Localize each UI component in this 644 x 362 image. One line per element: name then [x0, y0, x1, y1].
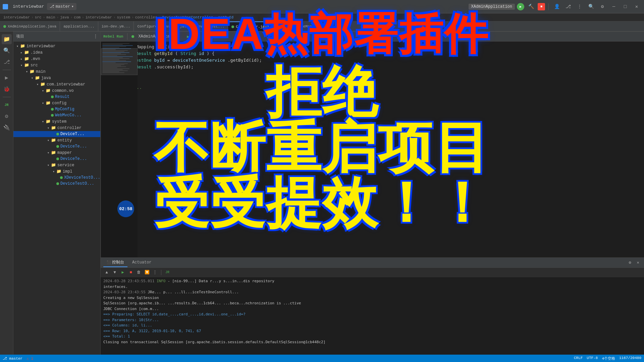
- tab-xadmin[interactable]: XAdminApplication.java: [0, 21, 60, 31]
- tree-impl-folder[interactable]: ▾ 📁 impl: [13, 168, 100, 175]
- tree-devicetest-service[interactable]: DeviceTestO...: [13, 181, 100, 187]
- tree-xdevice-impl[interactable]: XDeviceTestO...: [13, 175, 100, 181]
- tree-entity-folder[interactable]: ▾ 📁 entity: [13, 137, 100, 143]
- log-line-5: SqlSession [org.apache.ib... ...results.…: [103, 301, 641, 306]
- tab-controller[interactable]: Controller.java: [228, 21, 273, 31]
- tree-java[interactable]: ▾ 📁 java: [13, 75, 100, 81]
- status-branch[interactable]: ⎇ master: [3, 356, 22, 361]
- debug-rail-icon[interactable]: 🐞: [2, 84, 12, 94]
- tree-mvn[interactable]: ▸ 📁 .mvn: [13, 56, 100, 62]
- search-icon[interactable]: 🔍: [586, 2, 596, 11]
- breadcrumb-interviewbar2[interactable]: interviewbar: [86, 15, 112, 19]
- code-line-38: 38 }: [101, 71, 644, 78]
- debug-icon-bar[interactable]: 🐞: [201, 33, 208, 40]
- status-indent[interactable]: 4个空格: [602, 356, 615, 361]
- tab-console[interactable]: ⬛ 控制台: [103, 258, 127, 267]
- more-icon[interactable]: ⋮: [575, 2, 584, 11]
- run-rail-icon[interactable]: ▶: [2, 73, 12, 83]
- git-icon[interactable]: ⎇: [564, 2, 573, 11]
- rebel-console-icon[interactable]: JR: [164, 269, 171, 276]
- editor-content[interactable]: 34 🔧 @GetMapping ("/{id}") 35 public Res…: [101, 42, 644, 257]
- status-position[interactable]: 1167/20480: [619, 356, 641, 361]
- build-icon[interactable]: 🔨: [526, 2, 536, 11]
- tree-com-interviewbar[interactable]: ▾ 📁 com.interviewbar: [13, 81, 100, 87]
- run-button[interactable]: ▶: [517, 3, 524, 10]
- tab-devicetest[interactable]: DeviceTest...: [193, 21, 228, 31]
- tab-configurer[interactable]: Configurer.java: [134, 21, 174, 31]
- tree-service-folder[interactable]: ▾ 📁 service: [13, 162, 100, 168]
- plugins-icon[interactable]: 🔌: [2, 123, 12, 133]
- sidebar-menu-icon[interactable]: ⋮: [94, 34, 98, 39]
- code-line-34: 34 🔧 @GetMapping ("/{id}"): [101, 44, 644, 51]
- minimize-icon[interactable]: ─: [609, 2, 619, 11]
- tree-webmvc[interactable]: WebMvcCo...: [13, 112, 100, 118]
- settings-icon[interactable]: ⚙: [598, 2, 607, 11]
- tab-devi[interactable]: Devi...: [273, 21, 295, 31]
- tab-mapper[interactable]: OneMapper.java: [296, 21, 333, 31]
- breadcrumb-interviewbar[interactable]: interviewbar: [3, 15, 30, 19]
- filter-icon[interactable]: 🔽: [144, 269, 150, 276]
- tree-controller-folder[interactable]: ▾ 📁 controller: [13, 125, 100, 131]
- status-crlf[interactable]: CRLF: [574, 356, 583, 361]
- console-output[interactable]: 2024-03-28 23:43:55.011 INFO - [nio-99..…: [101, 277, 644, 355]
- tree-system[interactable]: ▾ 📁 system: [13, 118, 100, 125]
- breadcrumb-controller-class[interactable]: DeviceTestOneController: [162, 15, 213, 19]
- run-console-icon[interactable]: ▶: [119, 269, 126, 276]
- breadcrumb-src[interactable]: src: [35, 15, 42, 19]
- tree-result[interactable]: Result: [13, 94, 100, 100]
- rebel-icon[interactable]: JR: [2, 100, 12, 110]
- settings-rail-icon[interactable]: ⚙: [2, 111, 12, 121]
- run-bar: Rebel Run XAdminApplication ▶ ■ 🐞 ⋮: [101, 32, 644, 42]
- minimap-viewport[interactable]: [101, 48, 138, 75]
- breadcrumb-com[interactable]: com: [74, 15, 80, 19]
- status-right: CRLF UTF-8 4个空格 1167/20480: [574, 356, 641, 361]
- tab-actuator[interactable]: Actuator: [129, 259, 155, 267]
- project-icon[interactable]: 📁: [2, 34, 12, 44]
- stop-button[interactable]: ■: [538, 3, 545, 10]
- breadcrumb-java[interactable]: java: [60, 15, 69, 19]
- tree-mpconfig[interactable]: MpConfig: [13, 106, 100, 112]
- maximize-icon[interactable]: □: [621, 2, 630, 11]
- more-btn[interactable]: ⋮: [209, 33, 216, 40]
- tree-config[interactable]: ▾ 📁 config: [13, 100, 100, 106]
- tree-src[interactable]: ▾ 📁 src: [13, 62, 100, 68]
- profile-icon[interactable]: 👤: [552, 2, 561, 11]
- scroll-down-icon[interactable]: ▼: [111, 269, 118, 276]
- tree-main[interactable]: ▾ 📁 main: [13, 68, 100, 75]
- tab-java[interactable]: .java: [174, 21, 193, 31]
- breadcrumb-controller[interactable]: controller: [135, 15, 157, 19]
- close-icon[interactable]: ✕: [632, 2, 641, 11]
- git-rail-icon[interactable]: ⎇: [2, 57, 12, 67]
- breadcrumb-main[interactable]: main: [46, 15, 55, 19]
- tree-mapper-folder[interactable]: ▾ 📁 mapper: [13, 149, 100, 156]
- tab-iondev[interactable]: ion-dev.ym...: [98, 21, 134, 31]
- scroll-up-icon[interactable]: ▲: [103, 269, 110, 276]
- sidebar-tree: ▾ 📁 interviewbar ▸ 📁 .idea ▸ 📁 .mvn ▾ 📁: [13, 42, 100, 355]
- log-line-9: <== Columns: id, li...: [103, 323, 641, 328]
- run-icon-bar[interactable]: ▶: [185, 33, 192, 40]
- code-line-39: 39 }: [101, 78, 644, 84]
- branch-selector[interactable]: ⎇ master ▾: [47, 3, 76, 10]
- tree-devicetest-mapper[interactable]: DeviceTe...: [13, 156, 100, 162]
- stop-console-icon[interactable]: ■: [127, 269, 134, 276]
- bottom-tabs: ⬛ 控制台 Actuator ⚙ ✕: [101, 258, 644, 268]
- panel-settings-icon[interactable]: ⚙: [627, 259, 633, 266]
- tree-common-vo[interactable]: ▾ 📁 common.vo: [13, 87, 100, 94]
- more-console-icon[interactable]: ⋮: [152, 269, 158, 276]
- bottom-panel: ⬛ 控制台 Actuator ⚙ ✕ ▲ ▼ ▶ ■ 🗑 🔽 ⋮: [101, 257, 644, 355]
- breadcrumb-system[interactable]: system: [117, 15, 130, 19]
- tree-devicetest-controller[interactable]: DeviceT...: [13, 131, 100, 137]
- clear-icon[interactable]: 🗑: [136, 269, 142, 276]
- panel-close-icon[interactable]: ✕: [635, 259, 641, 266]
- tree-idea[interactable]: ▸ 📁 .idea: [13, 49, 100, 56]
- breadcrumb-method[interactable]: getById: [218, 15, 233, 19]
- search-rail-icon[interactable]: 🔍: [2, 46, 12, 56]
- menu-interviewbar[interactable]: interviewbar: [10, 3, 47, 10]
- tree-interviewbar[interactable]: ▾ 📁 interviewbar: [13, 43, 100, 49]
- status-warnings[interactable]: ⚠ 1: [26, 356, 33, 361]
- run-config-badge[interactable]: XAdminApplication: [469, 4, 515, 10]
- stop-icon-bar[interactable]: ■: [193, 33, 200, 40]
- tab-application[interactable]: application...: [60, 21, 98, 31]
- status-encoding[interactable]: UTF-8: [587, 356, 598, 361]
- tree-devicetest-entity[interactable]: DeviceTe...: [13, 143, 100, 149]
